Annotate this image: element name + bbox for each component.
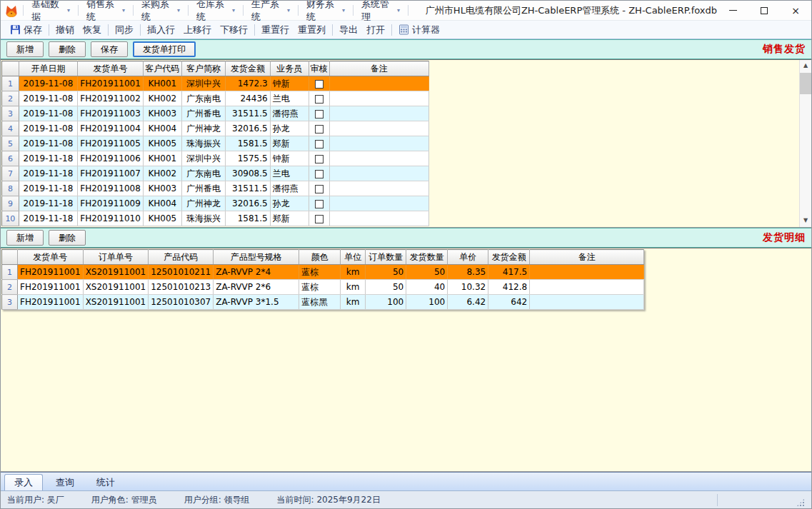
cell-customer-code[interactable]: KH004 [143, 196, 181, 211]
cell-ship-qty[interactable]: 40 [406, 280, 448, 295]
cell-salesperson[interactable]: 孙龙 [270, 196, 309, 211]
cell-customer-code[interactable]: KH003 [143, 181, 181, 196]
cell-blank[interactable] [329, 121, 428, 136]
cell-date[interactable]: 2019-11-08 [19, 76, 77, 91]
cell-color[interactable]: 蓝棕黑 [299, 295, 341, 310]
cell-unit[interactable]: km [341, 265, 366, 280]
cell-customer-name[interactable]: 广州番电 [181, 106, 225, 121]
menu-item-3[interactable]: 仓库系统▾ [190, 1, 241, 20]
vertical-scrollbar[interactable]: ▲ ▼ [799, 60, 811, 227]
cell-spec[interactable]: ZA-RVVP 3*1.5 [214, 295, 299, 310]
toolbar-item-保存[interactable]: 保存 [6, 21, 46, 39]
tab-entry[interactable]: 录入 [4, 474, 43, 490]
cell-amount[interactable]: 1575.5 [226, 151, 270, 166]
cell-customer-name[interactable]: 广东南电 [181, 166, 225, 181]
cell-customer-code[interactable]: KH002 [143, 91, 181, 106]
delete-button[interactable]: 删除 [49, 230, 86, 246]
audit-checkbox[interactable] [315, 185, 324, 193]
cell-salesperson[interactable]: 潘得燕 [270, 181, 309, 196]
cell-customer-name[interactable]: 广州神龙 [181, 196, 225, 211]
cell-check[interactable] [309, 121, 329, 136]
cell-salesperson[interactable]: 孙龙 [270, 121, 309, 136]
row-number-cell[interactable]: 2 [2, 91, 19, 106]
cell-blank[interactable] [329, 196, 428, 211]
column-header[interactable]: 开单日期 [19, 61, 77, 76]
row-number-cell[interactable]: 5 [2, 136, 19, 151]
cell-customer-name[interactable]: 广东南电 [181, 91, 225, 106]
save-button[interactable]: 保存 [91, 41, 128, 57]
cell-check[interactable] [309, 91, 329, 106]
audit-checkbox[interactable] [315, 95, 324, 104]
cell-customer-code[interactable]: KH003 [143, 106, 181, 121]
column-header[interactable]: 发货金额 [488, 250, 530, 265]
menu-item-1[interactable]: 销售系统▾ [80, 1, 131, 20]
row-number-cell[interactable]: 9 [2, 196, 19, 211]
cell-salesperson[interactable]: 潘得燕 [270, 106, 309, 121]
column-header[interactable]: 产品型号规格 [214, 250, 299, 265]
cell-unit[interactable]: km [341, 295, 366, 310]
row-number-cell[interactable]: 3 [2, 295, 18, 310]
cell-blank[interactable] [329, 181, 428, 196]
cell-date[interactable]: 2019-11-08 [19, 121, 77, 136]
cell-customer-name[interactable]: 广州神龙 [181, 121, 225, 136]
menu-item-4[interactable]: 生产系统▾ [245, 1, 296, 20]
cell-unit[interactable]: km [341, 280, 366, 295]
resize-grip[interactable] [796, 498, 805, 507]
cell-order-no[interactable]: XS201911001 [83, 295, 149, 310]
cell-doc-no[interactable]: FH201911001 [18, 295, 84, 310]
row-number-cell[interactable]: 3 [2, 106, 19, 121]
cell-check[interactable] [309, 166, 329, 181]
cell-salesperson[interactable]: 兰电 [270, 91, 309, 106]
toolbar-item-重置列[interactable]: 重置列 [294, 21, 330, 39]
scroll-up-button[interactable]: ▲ [800, 60, 811, 72]
toolbar-item-恢复[interactable]: 恢复 [79, 21, 106, 39]
cell-product-code[interactable]: 12501010211 [149, 265, 214, 280]
cell-blank[interactable] [329, 76, 428, 91]
cell-date[interactable]: 2019-11-18 [19, 196, 77, 211]
cell-blank[interactable] [329, 136, 428, 151]
toolbar-item-打开[interactable]: 打开 [362, 21, 389, 39]
cell-customer-code[interactable]: KH005 [143, 211, 181, 226]
cell-doc-no[interactable]: FH201911001 [18, 265, 84, 280]
column-header[interactable]: 审核 [309, 61, 329, 76]
cell-price[interactable]: 8.35 [448, 265, 488, 280]
audit-checkbox[interactable] [315, 215, 324, 223]
cell-blank[interactable] [329, 106, 428, 121]
cell-blank[interactable] [329, 91, 428, 106]
cell-order-qty[interactable]: 50 [366, 280, 406, 295]
column-header[interactable]: 发货金额 [226, 61, 270, 76]
cell-check[interactable] [309, 196, 329, 211]
close-button[interactable]: × [780, 1, 811, 20]
cell-salesperson[interactable]: 钟新 [270, 76, 309, 91]
cell-doc-no[interactable]: FH201911001 [78, 76, 144, 91]
row-number-cell[interactable]: 8 [2, 181, 19, 196]
cell-order-no[interactable]: XS201911001 [83, 280, 149, 295]
cell-amount[interactable]: 1581.5 [226, 211, 270, 226]
cell-customer-name[interactable]: 广州番电 [181, 181, 225, 196]
cell-date[interactable]: 2019-11-08 [19, 106, 77, 121]
cell-customer-name[interactable]: 珠海振兴 [181, 211, 225, 226]
cell-date[interactable]: 2019-11-08 [19, 136, 77, 151]
cell-customer-code[interactable]: KH001 [143, 76, 181, 91]
cell-doc-no[interactable]: FH201911007 [78, 166, 144, 181]
cell-doc-no[interactable]: FH201911006 [78, 151, 144, 166]
row-number-cell[interactable]: 1 [2, 76, 19, 91]
column-header[interactable]: 备注 [329, 61, 428, 76]
column-header[interactable]: 订单数量 [366, 250, 406, 265]
row-number-cell[interactable]: 7 [2, 166, 19, 181]
cell-product-code[interactable]: 12501010213 [149, 280, 214, 295]
tab-statistics[interactable]: 统计 [87, 474, 124, 490]
audit-checkbox[interactable] [315, 155, 324, 163]
cell-check[interactable] [309, 151, 329, 166]
cell-amount[interactable]: 24436 [226, 91, 270, 106]
cell-check[interactable] [309, 106, 329, 121]
delete-button[interactable]: 删除 [49, 41, 86, 57]
column-header[interactable]: 发货单号 [18, 250, 84, 265]
cell-amount[interactable]: 642 [488, 295, 530, 310]
cell-doc-no[interactable]: FH201911004 [78, 121, 144, 136]
cell-customer-code[interactable]: KH001 [143, 151, 181, 166]
cell-amount[interactable]: 1472.3 [226, 76, 270, 91]
toolbar-item-导出[interactable]: 导出 [335, 21, 362, 39]
cell-amount[interactable]: 1581.5 [226, 136, 270, 151]
audit-checkbox[interactable] [315, 140, 324, 148]
